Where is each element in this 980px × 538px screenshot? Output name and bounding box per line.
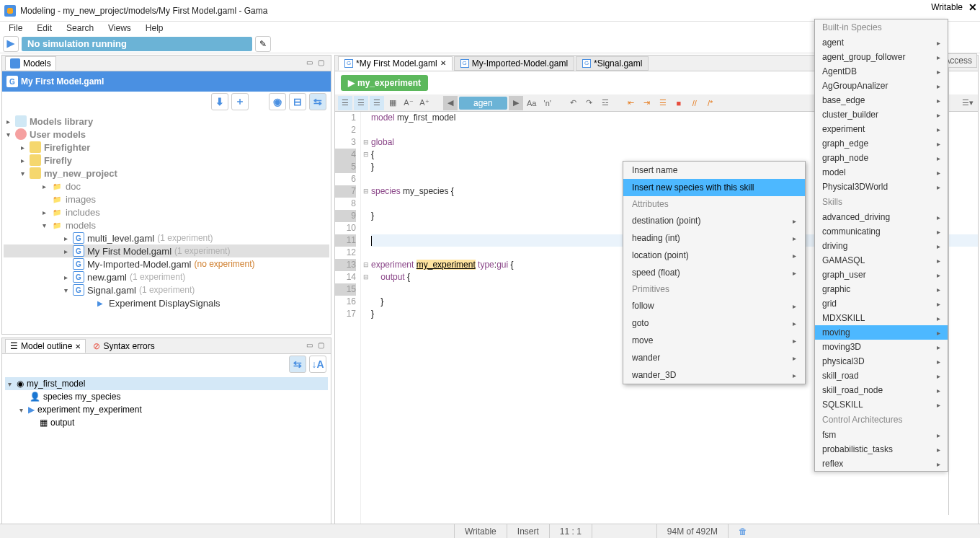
sm-species-5[interactable]: cluster_builder▸ (815, 107, 948, 122)
sm-species-1[interactable]: agent_group_follower▸ (815, 50, 948, 64)
grid-icon[interactable]: ▦ (386, 96, 400, 110)
run-button[interactable] (3, 36, 19, 52)
sort-button[interactable]: ↓A (309, 356, 326, 373)
cm-attr-0[interactable]: destination (point)▸ (623, 212, 805, 229)
regex-icon[interactable]: 'n' (540, 96, 555, 110)
outdent-icon[interactable]: ⇥ (640, 96, 654, 110)
sm-skill-3[interactable]: GAMASQL▸ (815, 253, 948, 268)
close-icon[interactable]: ✕ (968, 1, 977, 13)
sm-skill-2[interactable]: driving▸ (815, 239, 948, 253)
species-icon: 👤 (30, 392, 40, 402)
editor-tab-2[interactable]: G*Signal.gaml (576, 56, 649, 71)
project-tree[interactable]: ▸Models library ▾User models ▸Firefighte… (2, 112, 331, 334)
cm-prim-2[interactable]: move▸ (623, 332, 805, 349)
comment-icon[interactable]: // (687, 96, 702, 110)
prev-icon[interactable]: ◀ (443, 96, 458, 110)
list-icon[interactable]: ☰ (370, 96, 384, 110)
list-icon[interactable]: ☰ (354, 96, 368, 110)
sm-skill-5[interactable]: graphic▸ (815, 282, 948, 296)
sm-species-8[interactable]: graph_node▸ (815, 151, 948, 165)
sm-skill-1[interactable]: communicating▸ (815, 224, 948, 239)
sm-skill-12[interactable]: skill_road_node▸ (815, 383, 948, 397)
sm-section-builtin: Built-in Species (815, 19, 948, 35)
sm-skill-7[interactable]: MDXSKILL▸ (815, 311, 948, 325)
chevron-right-icon: ▸ (793, 354, 796, 362)
cm-prim-1[interactable]: goto▸ (623, 314, 805, 332)
sm-skill-moving[interactable]: moving▸ (815, 325, 948, 340)
folder-icon: 📁 (51, 193, 63, 205)
sm-species-6[interactable]: experiment▸ (815, 122, 948, 136)
context-menu[interactable]: Insert name Insert new species with this… (623, 161, 806, 384)
library-icon (15, 115, 27, 127)
sm-ctrl-1[interactable]: probabilistic_tasks▸ (815, 442, 948, 457)
redo-icon[interactable]: ↷ (582, 96, 597, 110)
cm-insert-species[interactable]: Insert new species with this skill (623, 179, 805, 196)
status-position: 11 : 1 (549, 524, 592, 538)
next-icon[interactable]: ▶ (509, 96, 523, 110)
collapse-button[interactable]: ⊟ (289, 93, 306, 110)
side-menu[interactable]: Built-in Species agent▸ agent_group_foll… (814, 19, 948, 472)
cm-attr-2[interactable]: location (point)▸ (623, 247, 805, 264)
gaml-icon: G (582, 59, 591, 68)
search-input[interactable]: agen (459, 97, 507, 110)
stop-icon[interactable]: ■ (672, 96, 686, 110)
link-button[interactable]: ⇆ (309, 93, 326, 110)
edit-icon[interactable]: ✎ (255, 36, 271, 52)
font-smaller-icon[interactable]: A⁻ (401, 96, 416, 110)
file-header: G My First Model.gaml (2, 71, 331, 92)
indent-icon[interactable]: ⇤ (624, 96, 638, 110)
menu-search[interactable]: Search (61, 23, 99, 33)
font-larger-icon[interactable]: A⁺ (417, 96, 432, 110)
list-icon[interactable]: ☰ (338, 96, 352, 110)
cm-prim-3[interactable]: wander▸ (623, 349, 805, 366)
match-case-icon[interactable]: Aa (525, 96, 539, 110)
import-button[interactable]: ⬇ (211, 93, 228, 110)
cm-prim-4[interactable]: wander_3D▸ (623, 366, 805, 384)
cm-attr-3[interactable]: speed (float)▸ (623, 264, 805, 281)
sm-species-3[interactable]: AgGroupAnalizer▸ (815, 79, 948, 93)
sm-ctrl-2[interactable]: reflex▸ (815, 457, 948, 471)
sm-species-2[interactable]: AgentDB▸ (815, 64, 948, 79)
chevron-right-icon: ▸ (793, 217, 796, 225)
cm-prim-0[interactable]: follow▸ (623, 297, 805, 314)
sm-species-0[interactable]: agent▸ (815, 35, 948, 50)
sm-species-4[interactable]: base_edge▸ (815, 93, 948, 107)
format-icon[interactable]: ☰ (656, 96, 670, 110)
cm-attr-1[interactable]: heading (int)▸ (623, 229, 805, 247)
sm-skill-13[interactable]: SQLSKILL▸ (815, 397, 948, 412)
gaml-icon: G (6, 76, 18, 87)
sm-species-7[interactable]: graph_edge▸ (815, 136, 948, 151)
undo-icon[interactable]: ↶ (566, 96, 581, 110)
outline-tree[interactable]: ▾◉my_first_model 👤species my_species ▾▶e… (2, 374, 331, 536)
run-experiment-button[interactable]: ▶my_experiment (341, 75, 428, 91)
editor-tab-1[interactable]: GMy-Imported-Model.gaml (454, 56, 574, 71)
trash-icon[interactable]: 🗑 (728, 524, 757, 538)
menu-edit[interactable]: Edit (31, 23, 58, 33)
menu-views[interactable]: Views (102, 23, 137, 33)
sm-species-9[interactable]: model▸ (815, 165, 948, 180)
new-button[interactable]: ＋ (231, 93, 249, 110)
camera-button[interactable]: ◉ (269, 93, 286, 110)
sm-skill-9[interactable]: moving3D▸ (815, 340, 948, 354)
sm-ctrl-0[interactable]: fsm▸ (815, 428, 948, 442)
sm-species-10[interactable]: Physical3DWorld▸ (815, 180, 948, 194)
sm-skill-10[interactable]: physical3D▸ (815, 354, 948, 369)
block-comment-icon[interactable]: /* (703, 96, 718, 110)
sm-skill-6[interactable]: grid▸ (815, 296, 948, 311)
sm-skill-11[interactable]: skill_road▸ (815, 369, 948, 383)
sync-button[interactable]: ⇆ (289, 356, 306, 373)
editor-tab-0[interactable]: G*My First Model.gaml✕ (338, 56, 453, 71)
models-tab[interactable]: Models (5, 56, 56, 70)
cm-insert-name[interactable]: Insert name (623, 162, 805, 179)
outline-tab[interactable]: ☰Model outline✕ (5, 339, 86, 353)
status-memory: 94M of 492M (656, 524, 728, 538)
sm-skill-0[interactable]: advanced_driving▸ (815, 210, 948, 224)
menu-file[interactable]: File (3, 23, 28, 33)
syntax-tab[interactable]: ⊘Syntax errors (89, 340, 159, 353)
menu-help[interactable]: Help (140, 23, 169, 33)
sm-skill-4[interactable]: graph_user▸ (815, 268, 948, 282)
pane-actions[interactable]: ▭▢ (306, 58, 328, 69)
pane-actions[interactable]: ▭▢ (306, 341, 328, 351)
list-icon[interactable]: ☲ (598, 96, 612, 110)
status-insert: Insert (507, 524, 549, 538)
